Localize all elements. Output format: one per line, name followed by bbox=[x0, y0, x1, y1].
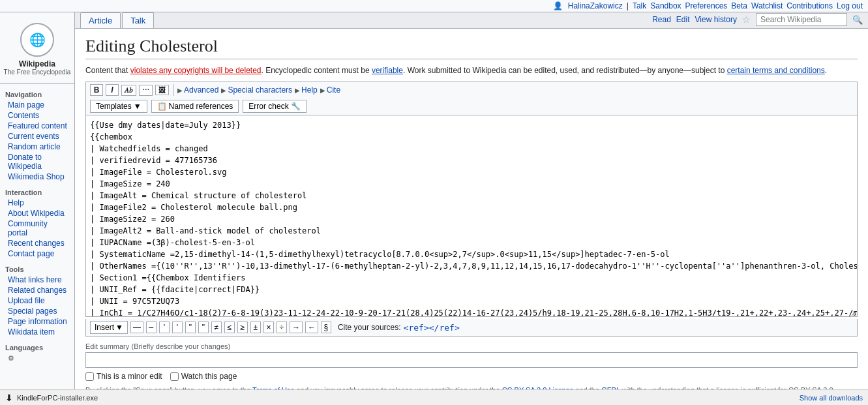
tab-article[interactable]: Article bbox=[80, 12, 121, 28]
watchlist-link[interactable]: Watchlist bbox=[751, 1, 783, 10]
bold-button[interactable]: B bbox=[90, 84, 103, 96]
char-btn-14[interactable]: ← bbox=[305, 322, 318, 333]
show-all-downloads[interactable]: Show all downloads bbox=[800, 394, 863, 402]
char-btn-10[interactable]: ± bbox=[250, 322, 261, 333]
notice-verifiable-link[interactable]: verifiable bbox=[372, 66, 403, 75]
minor-edit-label[interactable]: This is a minor edit bbox=[85, 372, 162, 381]
notice: Content that violates any copyrights wil… bbox=[85, 65, 858, 76]
sidebar-item-contact[interactable]: Contact page bbox=[0, 248, 74, 259]
char-btn-15[interactable]: § bbox=[321, 322, 331, 333]
templates-button[interactable]: Templates ▼ bbox=[90, 100, 147, 113]
advanced-label: Advanced bbox=[184, 85, 218, 95]
insert-button[interactable]: Insert ▼ bbox=[90, 321, 128, 334]
char-btn-3[interactable]: ' bbox=[159, 322, 170, 333]
char-btn-12[interactable]: ÷ bbox=[277, 322, 287, 333]
char-btn-7[interactable]: ≠ bbox=[211, 322, 222, 333]
logout-link[interactable]: Log out bbox=[837, 1, 863, 10]
username-link[interactable]: HalinaZakowicz bbox=[568, 1, 623, 10]
char-btn-5[interactable]: " bbox=[185, 322, 196, 333]
search-icon[interactable]: 🔍 bbox=[852, 15, 863, 25]
sidebar-item-special[interactable]: Special pages bbox=[0, 306, 74, 316]
advanced-link[interactable]: ▶ Advanced bbox=[177, 85, 218, 95]
languages-gear[interactable]: ⚙ bbox=[0, 353, 20, 363]
char-btn-13[interactable]: → bbox=[290, 322, 303, 333]
star-icon[interactable]: ☆ bbox=[742, 14, 751, 25]
cite-link[interactable]: ▶ Cite bbox=[320, 85, 340, 95]
minor-edit-checkbox[interactable] bbox=[85, 372, 94, 381]
sidebar-item-donate[interactable]: Donate to Wikipedia bbox=[0, 152, 74, 172]
sidebar-item-contents[interactable]: Contents bbox=[0, 110, 74, 121]
char-btn-4[interactable]: ' bbox=[172, 322, 183, 333]
sidebar-item-random[interactable]: Random article bbox=[0, 142, 74, 152]
editor-wrapper bbox=[85, 115, 858, 319]
sidebar-item-main-page[interactable]: Main page bbox=[0, 100, 74, 110]
bottom-toolbar: Insert ▼ — – ' ' " " ≠ ≤ ≥ ± × ÷ → ← § C… bbox=[85, 319, 858, 337]
named-refs-button[interactable]: 📋 Named references bbox=[151, 100, 239, 113]
error-check-label: Error check bbox=[248, 102, 288, 111]
editor-textarea[interactable] bbox=[85, 115, 858, 317]
preferences-link[interactable]: Preferences bbox=[685, 1, 728, 10]
interaction-title: Interaction bbox=[0, 187, 74, 198]
sidebar-item-wikidata[interactable]: Wikidata item bbox=[0, 327, 74, 337]
char-btn-2[interactable]: – bbox=[146, 322, 157, 333]
insert-arrow: ▼ bbox=[115, 323, 123, 332]
notice-terms-link[interactable]: certain terms and conditions bbox=[727, 66, 825, 75]
main-container: 🌐 Wikipedia The Free Encyclopedia Naviga… bbox=[0, 12, 868, 402]
cite-ref-code[interactable]: <ref></ref> bbox=[404, 323, 460, 333]
sidebar-item-upload[interactable]: Upload file bbox=[0, 295, 74, 306]
watch-page-label[interactable]: Watch this page bbox=[170, 372, 237, 381]
sidebar-item-current[interactable]: Current events bbox=[0, 131, 74, 142]
cite-label: Cite bbox=[327, 85, 340, 95]
nav-title: Navigation bbox=[0, 89, 74, 100]
sidebar-item-pageinfo[interactable]: Page information bbox=[0, 316, 74, 327]
watch-page-checkbox[interactable] bbox=[170, 372, 179, 381]
char-btn-6[interactable]: " bbox=[198, 322, 209, 333]
page-content: Editing Cholesterol Content that violate… bbox=[75, 29, 868, 402]
sidebar-item-recent[interactable]: Recent changes bbox=[0, 238, 74, 248]
tab-talk[interactable]: Talk bbox=[122, 12, 154, 28]
logo-subtitle: The Free Encyclopedia bbox=[4, 68, 71, 76]
page-title: Editing Cholesterol bbox=[85, 37, 858, 59]
toolbar-btn-5[interactable]: 🖼 bbox=[155, 85, 169, 95]
sidebar: 🌐 Wikipedia The Free Encyclopedia Naviga… bbox=[0, 12, 75, 402]
beta-link[interactable]: Beta bbox=[731, 1, 747, 10]
download-bar: ⬇ KindleForPC-installer.exe Show all dow… bbox=[0, 389, 868, 402]
tab-view-history[interactable]: View history bbox=[695, 15, 737, 24]
sidebar-item-related[interactable]: Related changes bbox=[0, 285, 74, 295]
contributions-link[interactable]: Contributions bbox=[786, 1, 833, 10]
cite-sources-label: Cite your sources: bbox=[338, 323, 401, 332]
sidebar-item-whatlinks[interactable]: What links here bbox=[0, 275, 74, 285]
special-chars-link[interactable]: ▶ Special characters bbox=[221, 85, 292, 95]
download-icon: ⬇ bbox=[5, 393, 13, 402]
char-btn-8[interactable]: ≤ bbox=[224, 322, 235, 333]
languages-title: Languages bbox=[0, 342, 74, 353]
topbar-sep1: | bbox=[627, 1, 629, 10]
sandbox-link[interactable]: Sandbox bbox=[650, 1, 681, 10]
tab-edit[interactable]: Edit bbox=[676, 15, 690, 24]
help-link[interactable]: ▶ Help bbox=[295, 85, 318, 95]
logo-icon: 🌐 bbox=[29, 32, 46, 48]
save-options: This is a minor edit Watch this page bbox=[85, 372, 858, 381]
notice-copyright-link[interactable]: violates any copyrights will be deleted bbox=[130, 66, 262, 75]
char-btn-9[interactable]: ≥ bbox=[237, 322, 248, 333]
sidebar-item-wikimedia[interactable]: Wikimedia Shop bbox=[0, 172, 74, 182]
content-area: Article Talk Read Edit View history ☆ 🔍 … bbox=[75, 12, 868, 402]
sidebar-item-community[interactable]: Community portal bbox=[0, 218, 74, 238]
interaction-section: Interaction Help About Wikipedia Communi… bbox=[0, 187, 74, 259]
italic-button[interactable]: I bbox=[106, 84, 119, 96]
sidebar-item-about[interactable]: About Wikipedia bbox=[0, 208, 74, 218]
logo-title: Wikipedia bbox=[19, 59, 55, 68]
char-btn-1[interactable]: — bbox=[130, 322, 143, 333]
insert-label: Insert bbox=[95, 323, 114, 332]
char-btn-11[interactable]: × bbox=[263, 322, 274, 333]
search-input[interactable] bbox=[756, 13, 847, 26]
tab-read[interactable]: Read bbox=[652, 15, 671, 24]
toolbar-btn-4[interactable]: ⋯ bbox=[139, 85, 153, 96]
tools-title: Tools bbox=[0, 264, 74, 275]
talk-link[interactable]: Talk bbox=[633, 1, 646, 10]
error-check-button[interactable]: Error check 🔧 bbox=[243, 100, 306, 113]
sidebar-item-featured[interactable]: Featured content bbox=[0, 121, 74, 131]
edit-summary-input[interactable] bbox=[85, 352, 858, 368]
sidebar-item-help[interactable]: Help bbox=[0, 198, 74, 208]
toolbar-btn-3[interactable]: 𝐴𝑏 bbox=[121, 85, 136, 96]
